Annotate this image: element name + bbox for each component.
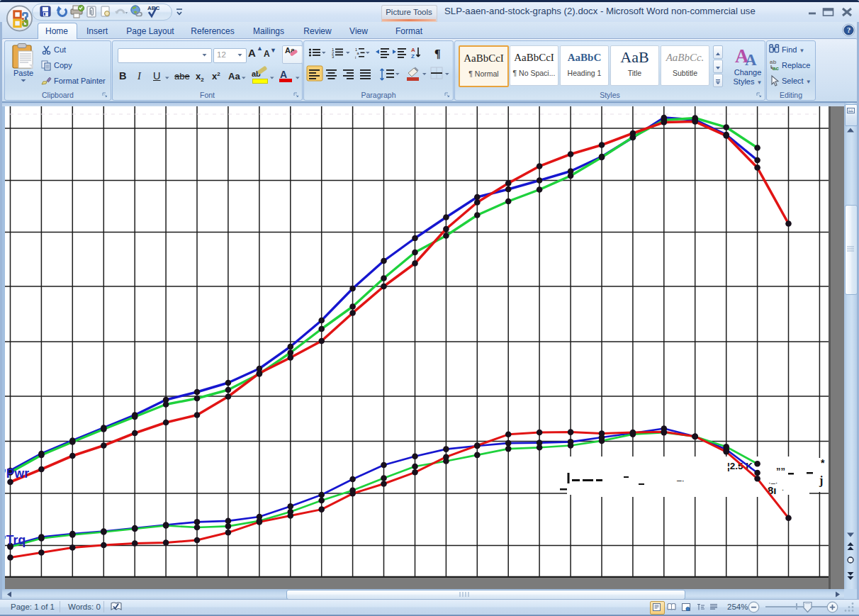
svg-text:A: A [745,51,757,67]
svg-text:ac: ac [773,65,779,72]
svg-text:3: 3 [332,55,335,59]
svg-text:ab: ab [770,59,776,65]
svg-text:*: * [821,457,825,469]
svg-text:ABC: ABC [147,5,160,11]
svg-text:·–·: ·–· [768,478,777,487]
svg-text:¶: ¶ [434,47,441,60]
svg-text:„„: „„ [776,461,785,471]
svg-text:j: j [819,474,823,487]
svg-text:ʼPwr: ʼPwr [5,466,29,481]
svg-text:–·: –· [677,476,685,486]
svg-text:ʼTrq: ʼTrq [5,533,26,547]
svg-text:.: . [782,483,784,492]
svg-text:i: i [355,55,356,60]
svg-text:a: a [357,51,360,55]
svg-text:A: A [411,47,415,53]
svg-text:?: ? [847,26,850,34]
svg-text:Z: Z [411,53,415,60]
